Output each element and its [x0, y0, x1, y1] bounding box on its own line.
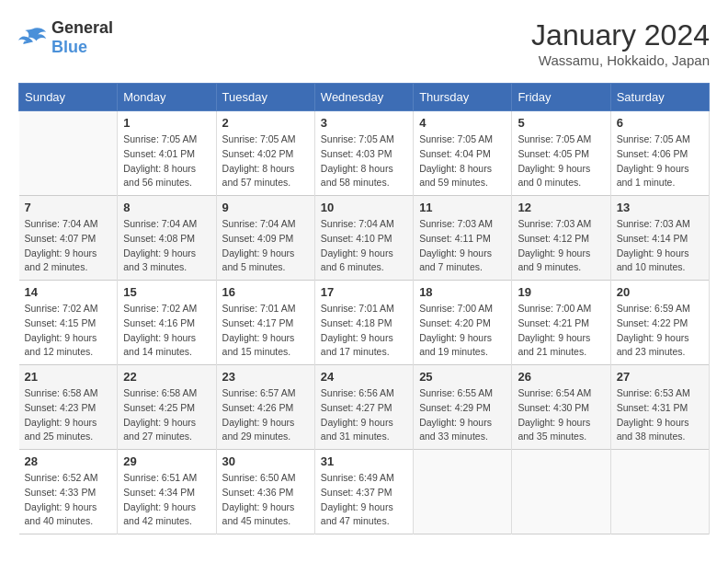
col-thursday: Thursday [414, 84, 512, 111]
sunrise: Sunrise: 7:05 AM [321, 133, 394, 144]
table-row: 28 Sunrise: 6:52 AM Sunset: 4:33 PM Dayl… [19, 450, 118, 534]
day-number: 17 [321, 285, 407, 299]
sunrise: Sunrise: 6:53 AM [617, 387, 690, 398]
logo-icon [18, 25, 48, 51]
daylight: Daylight: 8 hours and 57 minutes. [222, 163, 295, 189]
calendar-subtitle: Wassamu, Hokkaido, Japan [531, 52, 710, 68]
sunset: Sunset: 4:18 PM [321, 317, 392, 328]
sunset: Sunset: 4:27 PM [321, 402, 392, 413]
col-monday: Monday [118, 84, 216, 111]
day-info: Sunrise: 6:53 AM Sunset: 4:31 PM Dayligh… [617, 386, 703, 444]
table-row [414, 450, 512, 534]
sunrise: Sunrise: 6:58 AM [123, 387, 197, 398]
day-info: Sunrise: 7:03 AM Sunset: 4:14 PM Dayligh… [617, 217, 703, 275]
daylight: Daylight: 9 hours and 29 minutes. [222, 417, 295, 442]
table-row: 20 Sunrise: 6:59 AM Sunset: 4:22 PM Dayl… [610, 281, 709, 365]
table-row: 22 Sunrise: 6:58 AM Sunset: 4:25 PM Dayl… [118, 365, 216, 450]
sunrise: Sunrise: 6:54 AM [518, 387, 591, 398]
daylight: Daylight: 9 hours and 23 minutes. [617, 332, 689, 358]
day-number: 20 [617, 285, 703, 299]
sunset: Sunset: 4:08 PM [123, 233, 195, 244]
sunset: Sunset: 4:15 PM [25, 317, 97, 328]
daylight: Daylight: 9 hours and 47 minutes. [321, 501, 393, 527]
daylight: Daylight: 9 hours and 14 minutes. [123, 332, 196, 358]
sunset: Sunset: 4:07 PM [25, 233, 97, 244]
table-row: 10 Sunrise: 7:04 AM Sunset: 4:10 PM Dayl… [314, 196, 413, 281]
day-number: 1 [123, 116, 210, 130]
sunset: Sunset: 4:06 PM [617, 148, 688, 159]
table-row: 29 Sunrise: 6:51 AM Sunset: 4:34 PM Dayl… [118, 450, 216, 534]
day-number: 18 [419, 285, 506, 299]
daylight: Daylight: 9 hours and 17 minutes. [321, 332, 393, 358]
day-number: 8 [123, 201, 210, 214]
daylight: Daylight: 9 hours and 7 minutes. [419, 247, 492, 273]
day-info: Sunrise: 7:04 AM Sunset: 4:09 PM Dayligh… [222, 217, 309, 275]
sunset: Sunset: 4:04 PM [419, 148, 491, 159]
day-number: 11 [419, 201, 506, 214]
table-row: 24 Sunrise: 6:56 AM Sunset: 4:27 PM Dayl… [314, 365, 413, 450]
sunrise: Sunrise: 6:59 AM [617, 303, 690, 314]
table-row: 7 Sunrise: 7:04 AM Sunset: 4:07 PM Dayli… [19, 196, 118, 281]
sunset: Sunset: 4:21 PM [518, 317, 589, 328]
sunset: Sunset: 4:25 PM [123, 402, 195, 413]
day-info: Sunrise: 7:04 AM Sunset: 4:10 PM Dayligh… [321, 217, 407, 275]
sunrise: Sunrise: 6:56 AM [321, 387, 394, 398]
sunrise: Sunrise: 6:58 AM [25, 387, 98, 398]
daylight: Daylight: 9 hours and 0 minutes. [518, 163, 590, 189]
sunrise: Sunrise: 7:04 AM [25, 218, 98, 229]
day-info: Sunrise: 7:04 AM Sunset: 4:08 PM Dayligh… [123, 217, 210, 275]
day-number: 4 [419, 116, 506, 130]
table-row: 18 Sunrise: 7:00 AM Sunset: 4:20 PM Dayl… [414, 281, 512, 365]
day-number: 9 [222, 201, 309, 214]
table-row: 4 Sunrise: 7:05 AM Sunset: 4:04 PM Dayli… [414, 111, 512, 196]
table-row [512, 450, 610, 534]
sunset: Sunset: 4:31 PM [617, 402, 688, 413]
sunrise: Sunrise: 7:05 AM [617, 133, 690, 144]
table-row: 26 Sunrise: 6:54 AM Sunset: 4:30 PM Dayl… [512, 365, 610, 450]
table-row: 2 Sunrise: 7:05 AM Sunset: 4:02 PM Dayli… [216, 111, 314, 196]
day-info: Sunrise: 6:49 AM Sunset: 4:37 PM Dayligh… [321, 471, 407, 529]
daylight: Daylight: 8 hours and 58 minutes. [321, 163, 393, 189]
day-number: 19 [518, 285, 604, 299]
sunrise: Sunrise: 6:52 AM [25, 472, 98, 483]
day-number: 7 [25, 201, 112, 214]
table-row: 25 Sunrise: 6:55 AM Sunset: 4:29 PM Dayl… [414, 365, 512, 450]
day-number: 26 [518, 370, 604, 384]
sunrise: Sunrise: 7:03 AM [617, 218, 690, 229]
day-number: 28 [25, 454, 112, 468]
sunset: Sunset: 4:23 PM [25, 402, 97, 413]
day-info: Sunrise: 6:52 AM Sunset: 4:33 PM Dayligh… [25, 471, 112, 529]
day-number: 5 [518, 116, 604, 130]
table-row: 1 Sunrise: 7:05 AM Sunset: 4:01 PM Dayli… [118, 111, 216, 196]
day-number: 24 [321, 370, 407, 384]
sunrise: Sunrise: 7:02 AM [123, 303, 197, 314]
table-row: 8 Sunrise: 7:04 AM Sunset: 4:08 PM Dayli… [118, 196, 216, 281]
day-info: Sunrise: 6:54 AM Sunset: 4:30 PM Dayligh… [518, 386, 604, 444]
col-tuesday: Tuesday [216, 84, 314, 111]
table-row: 30 Sunrise: 6:50 AM Sunset: 4:36 PM Dayl… [216, 450, 314, 534]
col-sunday: Sunday [19, 84, 118, 111]
table-row: 21 Sunrise: 6:58 AM Sunset: 4:23 PM Dayl… [19, 365, 118, 450]
daylight: Daylight: 9 hours and 40 minutes. [25, 501, 97, 527]
sunrise: Sunrise: 7:05 AM [222, 133, 296, 144]
day-info: Sunrise: 7:05 AM Sunset: 4:04 PM Dayligh… [419, 132, 506, 190]
table-row [610, 450, 709, 534]
table-row: 16 Sunrise: 7:01 AM Sunset: 4:17 PM Dayl… [216, 281, 314, 365]
sunset: Sunset: 4:17 PM [222, 317, 294, 328]
day-info: Sunrise: 7:02 AM Sunset: 4:16 PM Dayligh… [123, 302, 210, 360]
sunrise: Sunrise: 7:01 AM [222, 303, 296, 314]
table-row: 17 Sunrise: 7:01 AM Sunset: 4:18 PM Dayl… [314, 281, 413, 365]
daylight: Daylight: 9 hours and 19 minutes. [419, 332, 492, 358]
sunrise: Sunrise: 7:05 AM [419, 133, 493, 144]
day-number: 29 [123, 454, 210, 468]
calendar-title: January 2024 [531, 18, 710, 52]
day-info: Sunrise: 7:05 AM Sunset: 4:01 PM Dayligh… [123, 132, 210, 190]
sunrise: Sunrise: 7:00 AM [518, 303, 591, 314]
table-row: 5 Sunrise: 7:05 AM Sunset: 4:05 PM Dayli… [512, 111, 610, 196]
table-row: 6 Sunrise: 7:05 AM Sunset: 4:06 PM Dayli… [610, 111, 709, 196]
daylight: Daylight: 9 hours and 35 minutes. [518, 417, 590, 442]
sunrise: Sunrise: 7:04 AM [123, 218, 197, 229]
sunset: Sunset: 4:33 PM [25, 487, 97, 498]
table-row: 15 Sunrise: 7:02 AM Sunset: 4:16 PM Dayl… [118, 281, 216, 365]
daylight: Daylight: 9 hours and 27 minutes. [123, 417, 196, 442]
